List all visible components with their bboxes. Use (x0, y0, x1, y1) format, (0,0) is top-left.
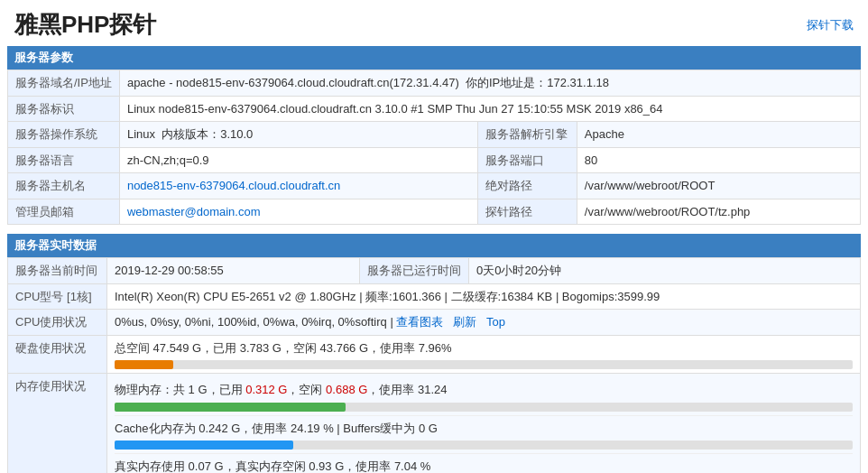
table-row: CPU使用状况 0%us, 0%sy, 0%ni, 100%id, 0%wa, … (8, 310, 861, 336)
mem-cache-text: Cache化内存为 0.242 G，使用率 24.19 % | Buffers缓… (115, 420, 853, 438)
table-row: 内存使用状况 物理内存：共 1 G，已用 0.312 G，空闲 0.688 G，… (8, 374, 861, 474)
cpu-model-value: Intel(R) Xeon(R) CPU E5-2651 v2 @ 1.80GH… (107, 283, 861, 310)
mem-physical-progress-bar (115, 403, 346, 412)
label-cell: 绝对路径 (477, 173, 577, 199)
mem-physical-text: 物理内存：共 1 G，已用 0.312 G，空闲 0.688 G，使用率 31.… (115, 381, 853, 399)
table-row: 服务器域名/IP地址 apache - node815-env-6379064.… (8, 70, 861, 97)
table-row: 服务器标识 Linux node815-env-6379064.cloud.cl… (8, 96, 861, 122)
cpu-chart-link[interactable]: 查看图表 (396, 315, 443, 329)
label-cell: 管理员邮箱 (8, 199, 120, 225)
mem-physical-section: 物理内存：共 1 G，已用 0.312 G，空闲 0.688 G，使用率 31.… (115, 377, 853, 416)
mem-cache-section: Cache化内存为 0.242 G，使用率 24.19 % | Buffers缓… (115, 416, 853, 455)
disk-progress-container (115, 360, 853, 369)
mem-real-text: 真实内存使用 0.07 G，真实内存空闲 0.93 G，使用率 7.04 % (115, 458, 853, 473)
disk-text: 总空间 47.549 G，已用 3.783 G，空闲 43.766 G，使用率 … (115, 339, 853, 357)
email-link[interactable]: webmaster@domain.com (127, 205, 261, 218)
value-cell: Linux 内核版本：3.10.0 (119, 122, 477, 148)
table-row: CPU型号 [1核] Intel(R) Xeon(R) CPU E5-2651 … (8, 283, 861, 310)
table-row: 服务器语言 zh-CN,zh;q=0.9 服务器端口 80 (8, 147, 861, 173)
disk-value: 总空间 47.549 G，已用 3.783 G，空闲 43.766 G，使用率 … (107, 335, 861, 374)
value-cell: webmaster@domain.com (119, 199, 477, 225)
mem-physical-cell: 物理内存：共 1 G，已用 0.312 G，空闲 0.688 G，使用率 31.… (107, 374, 861, 474)
cpu-refresh-link[interactable]: 刷新 (453, 315, 476, 329)
label-cell: 服务器端口 (477, 147, 577, 173)
value-cell: Apache (577, 122, 860, 148)
cpu-usage-value: 0%us, 0%sy, 0%ni, 100%id, 0%wa, 0%irq, 0… (107, 310, 861, 336)
label-cell: CPU使用状况 (8, 310, 107, 336)
label-cell: 服务器主机名 (8, 173, 120, 199)
label-cell: 服务器语言 (8, 147, 120, 173)
label-cell: CPU型号 [1核] (8, 283, 107, 310)
table-row: 硬盘使用状况 总空间 47.549 G，已用 3.783 G，空闲 43.766… (8, 335, 861, 374)
realtime-table: 服务器当前时间 2019-12-29 00:58:55 服务器已运行时间 0天0… (7, 257, 861, 473)
label-cell: 探针路径 (477, 199, 577, 225)
server-params-table: 服务器域名/IP地址 apache - node815-env-6379064.… (7, 70, 861, 225)
page-title: 雅黑PHP探针 (14, 9, 156, 41)
mem-physical-progress-container (115, 403, 853, 412)
label-cell: 服务器域名/IP地址 (8, 70, 120, 97)
mem-cache-progress-container (115, 441, 853, 450)
value-cell: apache - node815-env-6379064.cloud.cloud… (119, 70, 860, 97)
realtime-header: 服务器实时数据 (7, 234, 861, 257)
mem-real-section: 真实内存使用 0.07 G，真实内存空闲 0.93 G，使用率 7.04 % (115, 454, 853, 473)
label-cell: 服务器标识 (8, 96, 120, 122)
table-row: 服务器主机名 node815-env-6379064.cloud.cloudra… (8, 173, 861, 199)
label-cell: 服务器解析引擎 (477, 122, 577, 148)
table-row: 服务器操作系统 Linux 内核版本：3.10.0 服务器解析引擎 Apache (8, 122, 861, 148)
value-cell: zh-CN,zh;q=0.9 (119, 147, 477, 173)
cpu-top-link[interactable]: Top (486, 315, 505, 329)
label-cell: 服务器操作系统 (8, 122, 120, 148)
disk-progress-bar (115, 360, 173, 369)
label-cell: 服务器已运行时间 (360, 258, 469, 284)
value-cell: node815-env-6379064.cloud.cloudraft.cn (119, 173, 477, 199)
uptime-value: 0天0小时20分钟 (469, 258, 861, 284)
label-cell: 硬盘使用状况 (8, 335, 107, 374)
download-link[interactable]: 探针下载 (807, 17, 854, 33)
value-cell: Linux node815-env-6379064.cloud.cloudraf… (119, 96, 860, 122)
hostname-link[interactable]: node815-env-6379064.cloud.cloudraft.cn (127, 179, 340, 192)
current-time-value: 2019-12-29 00:58:55 (107, 258, 360, 284)
mem-label: 内存使用状况 (8, 374, 107, 474)
value-cell: 80 (577, 147, 860, 173)
mem-cache-progress-bar (115, 441, 293, 450)
server-params-header: 服务器参数 (7, 46, 861, 70)
table-row: 管理员邮箱 webmaster@domain.com 探针路径 /var/www… (8, 199, 861, 225)
page-header: 雅黑PHP探针 探针下载 (0, 0, 868, 46)
value-cell: /var/www/webroot/ROOT (577, 173, 860, 199)
label-cell: 服务器当前时间 (8, 258, 107, 284)
value-cell: /var/www/webroot/ROOT/tz.php (577, 199, 860, 225)
table-row: 服务器当前时间 2019-12-29 00:58:55 服务器已运行时间 0天0… (8, 258, 861, 284)
